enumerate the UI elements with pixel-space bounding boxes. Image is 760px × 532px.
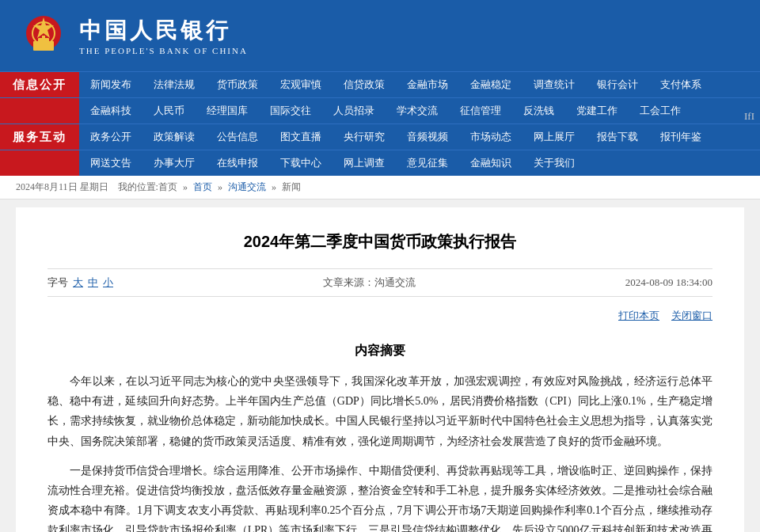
nav-baogao-xiazai[interactable]: 报告下载 [586, 124, 649, 150]
breadcrumb-current: 新闻 [282, 181, 301, 192]
font-size-control: 字号 大 中 小 [48, 276, 113, 290]
nav-zhengwu[interactable]: 政务公开 [79, 124, 142, 150]
main-content: 2024年第二季度中国货币政策执行报告 字号 大 中 小 文章来源：沟通交流 2… [16, 207, 744, 532]
nav-huobi[interactable]: 货币政策 [206, 72, 269, 97]
nav-renminbi[interactable]: 人民币 [142, 98, 196, 124]
nav-left-info: 信息公开 [0, 72, 79, 97]
nav-jinrong-keji[interactable]: 金融科技 [79, 98, 142, 124]
nav-diaocha[interactable]: 调查统计 [522, 72, 586, 97]
logo-text: 中国人民银行 THE PEOPLE'S BANK OF CHINA [79, 16, 248, 55]
nav-jingli-guoku[interactable]: 经理国库 [196, 98, 259, 124]
nav-row-3: 服务互动 政务公开 政策解读 公告信息 图文直播 央行研究 音频视频 市场动态 … [0, 124, 760, 150]
nav-yinpin[interactable]: 音频视频 [396, 124, 459, 150]
nav-gonghui[interactable]: 工会工作 [629, 98, 692, 124]
breadcrumb-position: 我的位置:首页 [118, 181, 177, 192]
paragraph-1: 今年以来，在以习近平同志为核心的党中央坚强领导下，我国深化改革开放，加强宏观调控… [48, 371, 712, 451]
breadcrumb-link-home[interactable]: 首页 [193, 181, 212, 192]
font-label: 字号 [48, 276, 68, 290]
nav-items-row1: 新闻发布 法律法规 货币政策 宏观审慎 信贷政策 金融市场 金融稳定 调查统计 … [79, 72, 760, 97]
nav-xinwen[interactable]: 新闻发布 [79, 72, 142, 97]
nav-jinrong-zhishi[interactable]: 金融知识 [459, 150, 522, 176]
nav-yinhang-kuaiji[interactable]: 银行会计 [586, 72, 649, 97]
nav-banshi[interactable]: 办事大厅 [142, 150, 206, 176]
article-actions: 打印本页 关闭窗口 [48, 305, 712, 327]
close-button[interactable]: 关闭窗口 [671, 309, 712, 323]
nav-guanyu[interactable]: 关于我们 [522, 150, 586, 176]
breadcrumb-date: 2024年8月11日 星期日 [16, 181, 108, 192]
nav-items-row3: 政务公开 政策解读 公告信息 图文直播 央行研究 音频视频 市场动态 网上展厅 … [79, 124, 760, 150]
nav-hongguan[interactable]: 宏观审慎 [269, 72, 332, 97]
nav-row-1: 信息公开 新闻发布 法律法规 货币政策 宏观审慎 信贷政策 金融市场 金融稳定 … [0, 71, 760, 97]
source-label: 文章来源： [323, 276, 374, 288]
breadcrumb-bar: 2024年8月11日 星期日 我的位置:首页 » 首页 » 沟通交流 » 新闻 [0, 176, 760, 200]
font-small-btn[interactable]: 小 [103, 276, 113, 290]
nav-falv[interactable]: 法律法规 [142, 72, 206, 97]
logo-chinese: 中国人民银行 [79, 16, 248, 46]
nav-xueshu[interactable]: 学术交流 [386, 98, 449, 124]
nav-items-row4: 网送文告 办事大厅 在线申报 下载中心 网上调查 意见征集 金融知识 关于我们 [79, 150, 760, 176]
nav-tuwen[interactable]: 图文直播 [269, 124, 332, 150]
nav-items-row2: 金融科技 人民币 经理国库 国际交往 人员招录 学术交流 征信管理 反洗钱 党建… [79, 98, 760, 124]
source-value: 沟通交流 [374, 276, 416, 288]
nav-renyuan[interactable]: 人员招录 [322, 98, 386, 124]
nav-xindai[interactable]: 信贷政策 [332, 72, 396, 97]
article-meta: 字号 大 中 小 文章来源：沟通交流 2024-08-09 18:34:00 [48, 268, 712, 297]
nav-fanziqian[interactable]: 反洗钱 [512, 98, 565, 124]
nav-gonggao[interactable]: 公告信息 [206, 124, 269, 150]
logo-container: 中国人民银行 THE PEOPLE'S BANK OF CHINA [16, 8, 248, 63]
nav-wangshang-diaocha[interactable]: 网上调查 [332, 150, 396, 176]
top-right-label: IfI [744, 110, 754, 123]
nav-zhifu[interactable]: 支付体系 [649, 72, 712, 97]
font-large-btn[interactable]: 大 [73, 276, 83, 290]
nav-jinrong-wending[interactable]: 金融稳定 [459, 72, 522, 97]
logo-english: THE PEOPLE'S BANK OF CHINA [79, 46, 248, 55]
header: 中国人民银行 THE PEOPLE'S BANK OF CHINA [0, 0, 760, 71]
navigation: 信息公开 新闻发布 法律法规 货币政策 宏观审慎 信贷政策 金融市场 金融稳定 … [0, 71, 760, 176]
breadcrumb-link-section[interactable]: 沟通交流 [228, 181, 266, 192]
nav-row-2: 金融科技 人民币 经理国库 国际交往 人员招录 学术交流 征信管理 反洗钱 党建… [0, 97, 760, 124]
article-source: 文章来源：沟通交流 [323, 276, 416, 290]
nav-row-4: 网送文告 办事大厅 在线申报 下载中心 网上调查 意见征集 金融知识 关于我们 [0, 150, 760, 176]
nav-yijian[interactable]: 意见征集 [396, 150, 459, 176]
nav-left-service: 服务互动 [0, 124, 79, 150]
article-date: 2024-08-09 18:34:00 [625, 276, 712, 289]
nav-jinrong-shichang[interactable]: 金融市场 [396, 72, 459, 97]
print-button[interactable]: 打印本页 [618, 309, 659, 323]
nav-dangjian[interactable]: 党建工作 [565, 98, 629, 124]
nav-baok-nianjian[interactable]: 报刊年鉴 [649, 124, 712, 150]
pboc-logo-icon [16, 8, 71, 63]
svg-rect-6 [42, 36, 45, 39]
nav-yinhang-yanjiu[interactable]: 央行研究 [332, 124, 396, 150]
article-title: 2024年第二季度中国货币政策执行报告 [48, 231, 712, 253]
nav-zhengce-jiedu[interactable]: 政策解读 [142, 124, 206, 150]
nav-wangshang-zanting[interactable]: 网上展厅 [522, 124, 586, 150]
article-body: 今年以来，在以习近平同志为核心的党中央坚强领导下，我国深化改革开放，加强宏观调控… [48, 371, 712, 532]
nav-wangsong[interactable]: 网送文告 [79, 150, 142, 176]
nav-zhengxin[interactable]: 征信管理 [449, 98, 512, 124]
nav-guoji[interactable]: 国际交往 [259, 98, 322, 124]
paragraph-2: 一是保持货币信贷合理增长。综合运用降准、公开市场操作、中期借贷便利、再贷款再贴现… [48, 461, 712, 532]
nav-left-2 [0, 98, 79, 124]
nav-shichang-dongtai[interactable]: 市场动态 [459, 124, 522, 150]
nav-zaixian-shenbao[interactable]: 在线申报 [206, 150, 269, 176]
nav-left-4 [0, 150, 79, 176]
section-title: 内容摘要 [48, 343, 712, 359]
font-medium-btn[interactable]: 中 [88, 276, 98, 290]
nav-xiazai-zhongxin[interactable]: 下载中心 [269, 150, 332, 176]
